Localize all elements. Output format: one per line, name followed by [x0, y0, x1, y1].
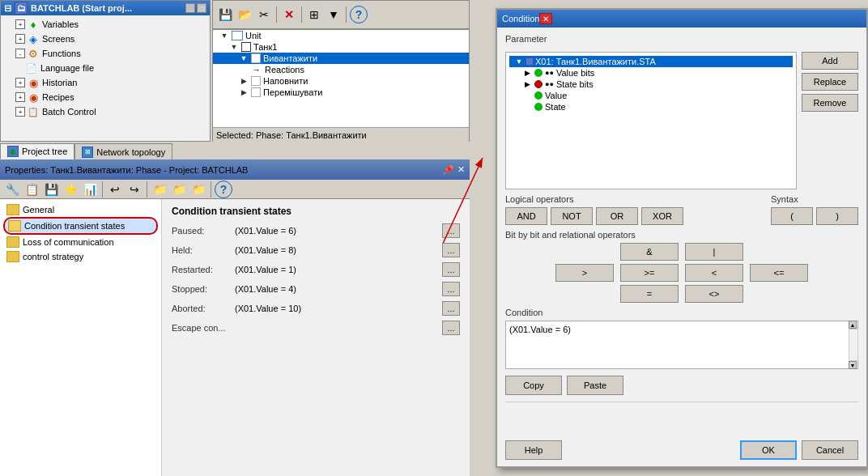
- pipe-btn[interactable]: |: [685, 243, 743, 261]
- stopped-edit-btn[interactable]: …: [442, 282, 460, 296]
- delete-btn[interactable]: ✕: [280, 6, 298, 23]
- not-btn[interactable]: NOT: [551, 207, 593, 225]
- unit-item-napovnyty[interactable]: ▶ Наповнити: [213, 75, 469, 87]
- tree-item-batch-control[interactable]: + 📋 Batch Control: [2, 104, 208, 119]
- tab-project-tree[interactable]: 🌲 Project tree: [0, 143, 74, 159]
- unit-label: Unit: [245, 31, 262, 40]
- condition-text-label: Condition: [505, 308, 858, 317]
- eq-btn[interactable]: =: [620, 285, 679, 303]
- param-item-value-bits[interactable]: ▶ ●● Value bits: [509, 67, 793, 79]
- expand-recipes[interactable]: +: [15, 92, 25, 102]
- expand-pere[interactable]: ▶: [239, 87, 249, 97]
- prop-btn9[interactable]: 📁: [170, 181, 188, 198]
- tree-item-language-file[interactable]: 📄 Language file: [2, 61, 208, 75]
- xor-btn[interactable]: XOR: [641, 207, 683, 225]
- expand-value-bits[interactable]: ▶: [522, 68, 532, 78]
- expand-variables[interactable]: +: [15, 19, 25, 29]
- tree-item-variables[interactable]: + ♦ Variables: [2, 17, 208, 32]
- copy-btn[interactable]: Copy: [505, 376, 562, 395]
- prop-btn10[interactable]: 📁: [189, 181, 207, 198]
- tree-item-screens[interactable]: + ◈ Screens: [2, 32, 208, 46]
- prop-item-condition-transient[interactable]: Condition transient states: [3, 217, 158, 235]
- param-item-x01[interactable]: ▼ X01: Танк1.Вивантажити.STA: [509, 56, 793, 67]
- properties-title: Properties: Танк1.Вивантажити: Phase - P…: [5, 165, 248, 175]
- lt-btn[interactable]: <: [685, 264, 743, 282]
- or-btn[interactable]: OR: [596, 207, 638, 225]
- expand-historian[interactable]: +: [15, 78, 25, 87]
- prop-btn7[interactable]: ↪: [126, 181, 143, 198]
- expand-unit[interactable]: ▼: [219, 31, 229, 40]
- close-props-btn[interactable]: ✕: [457, 164, 465, 175]
- stopped-value: (X01.Value = 4): [235, 284, 436, 294]
- expand-icon[interactable]: ⊟: [4, 3, 11, 14]
- replace-btn[interactable]: Replace: [802, 73, 858, 91]
- dialog-close-btn[interactable]: ✕: [539, 13, 552, 24]
- minimize-btn[interactable]: _: [185, 3, 195, 13]
- prop-btn5[interactable]: 📊: [81, 181, 99, 198]
- grid-btn[interactable]: ⊞: [305, 6, 323, 23]
- tab-network-topology[interactable]: ⊠ Network topology: [74, 143, 172, 159]
- param-item-value[interactable]: Value: [509, 90, 793, 101]
- tree-item-recipes[interactable]: + ◉ Recipes: [2, 90, 208, 104]
- maximize-btn[interactable]: □: [197, 3, 206, 13]
- prop-item-control-strategy[interactable]: control strategy: [3, 249, 158, 264]
- expand-batch[interactable]: +: [15, 107, 25, 117]
- prop-btn4[interactable]: ⭐: [62, 181, 79, 198]
- phase-icon-pe: [251, 87, 261, 97]
- prop-btn3[interactable]: 💾: [42, 181, 60, 198]
- param-item-state[interactable]: State: [509, 101, 793, 113]
- unit-item-reactions[interactable]: → Reactions: [213, 64, 469, 75]
- unit-item-peremishuvaty[interactable]: ▶ Перемішувати: [213, 87, 469, 98]
- tree-item-historian[interactable]: + ◉ Historian: [2, 75, 208, 90]
- and-btn[interactable]: AND: [505, 207, 547, 225]
- lte-btn[interactable]: <=: [750, 264, 808, 282]
- open-btn[interactable]: 📂: [236, 6, 253, 23]
- add-btn[interactable]: Add: [802, 52, 858, 70]
- prop-help-btn[interactable]: ?: [215, 181, 232, 198]
- expand-x01[interactable]: ▼: [514, 57, 524, 66]
- prop-btn8[interactable]: 📁: [151, 181, 168, 198]
- unit-item-vyvantazhyty[interactable]: ▼ Вивантажити: [213, 53, 469, 64]
- cancel-btn[interactable]: Cancel: [802, 440, 858, 460]
- help-toolbar-btn[interactable]: ?: [350, 6, 368, 23]
- expand-state-bits[interactable]: ▶: [522, 79, 532, 89]
- unit-item-unit[interactable]: ▼ Unit: [213, 30, 469, 41]
- cut-btn[interactable]: ✂: [255, 6, 273, 23]
- expand-napo[interactable]: ▶: [239, 76, 249, 86]
- prop-btn1[interactable]: 🔧: [3, 181, 21, 198]
- save-btn[interactable]: 💾: [216, 6, 234, 23]
- dialog-title: Condition: [502, 14, 539, 23]
- escape-edit-btn[interactable]: …: [442, 321, 460, 335]
- expand-screens[interactable]: +: [15, 34, 25, 44]
- ok-btn[interactable]: OK: [740, 440, 797, 460]
- gte-btn[interactable]: >=: [620, 264, 679, 282]
- prop-item-general[interactable]: General: [3, 202, 158, 217]
- unit-item-tank1[interactable]: ▼ Танк1: [213, 41, 469, 53]
- expand-tank1[interactable]: ▼: [229, 42, 239, 52]
- language-file-label: Language file: [40, 63, 94, 73]
- close-paren-btn[interactable]: ): [816, 207, 858, 225]
- bit-row-3: = <>: [505, 285, 858, 303]
- paused-edit-btn[interactable]: …: [442, 223, 460, 238]
- param-item-state-bits[interactable]: ▶ ●● State bits: [509, 79, 793, 90]
- tree-item-functions[interactable]: - ⚙ Functions: [2, 46, 208, 61]
- restarted-edit-btn[interactable]: …: [442, 262, 460, 277]
- prop-item-loss-comm[interactable]: Loss of communication: [3, 235, 158, 249]
- neq-btn[interactable]: <>: [685, 285, 743, 303]
- textarea-scrollbar[interactable]: ▲ ▼: [849, 321, 858, 369]
- gt-btn[interactable]: >: [555, 264, 614, 282]
- expand-vyvantazh[interactable]: ▼: [239, 53, 249, 63]
- remove-btn[interactable]: Remove: [802, 94, 858, 112]
- amp-btn[interactable]: &: [620, 243, 679, 261]
- dialog-help-btn[interactable]: Help: [505, 440, 562, 460]
- condition-textarea[interactable]: (X01.Value = 6): [505, 321, 858, 369]
- expand-functions[interactable]: -: [15, 49, 25, 58]
- open-paren-btn[interactable]: (: [771, 207, 813, 225]
- aborted-edit-btn[interactable]: …: [442, 301, 460, 316]
- pin-btn[interactable]: 📌: [442, 164, 454, 176]
- dropdown-btn[interactable]: ▼: [325, 6, 343, 23]
- prop-btn6[interactable]: ↩: [106, 181, 124, 198]
- prop-btn2[interactable]: 📋: [23, 181, 40, 198]
- held-edit-btn[interactable]: …: [442, 243, 460, 257]
- paste-btn[interactable]: Paste: [567, 376, 623, 395]
